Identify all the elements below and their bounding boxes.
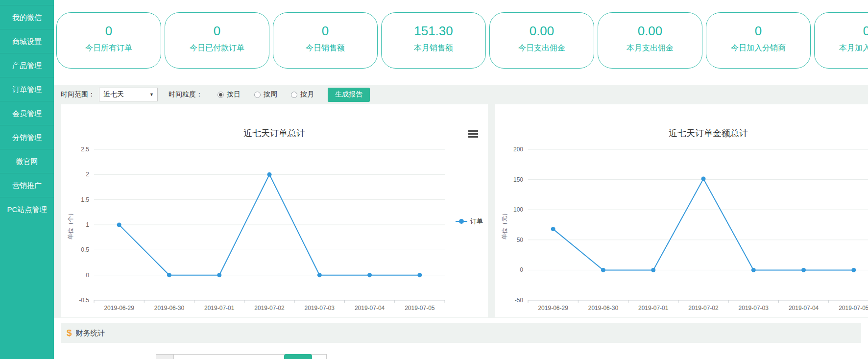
charts-section: 近七天订单总计 2.521.510.50-0.52019-06-292019-0… — [54, 104, 868, 318]
svg-text:-50: -50 — [515, 297, 524, 304]
radio-dot-icon — [217, 92, 224, 98]
svg-text:2019-07-02: 2019-07-02 — [254, 305, 285, 311]
stat-card-label: 本月支出佣金 — [598, 43, 702, 53]
time-range-value: 近七天 — [103, 90, 124, 99]
stat-card-value: 0 — [57, 24, 161, 39]
sidebar-item-mall-settings[interactable]: 商城设置 — [0, 29, 54, 53]
stat-card-today-orders: 0 今日所有订单 — [56, 12, 161, 69]
dollar-icon: $ — [67, 328, 72, 338]
sidebar-item-micro-site[interactable]: 微官网 — [0, 149, 54, 173]
stat-card-value: 0.00 — [490, 24, 594, 39]
stat-card-today-paid-orders: 0 今日已付款订单 — [165, 12, 269, 69]
radio-by-week-label: 按周 — [264, 90, 277, 99]
line-chart-canvas: 2.521.510.50-0.52019-06-292019-06-302019… — [61, 104, 488, 317]
svg-text:1: 1 — [86, 221, 89, 228]
svg-text:100: 100 — [513, 206, 523, 213]
stat-card-value: 0.00 — [598, 24, 702, 39]
stat-card-value: 0 — [815, 24, 868, 39]
input-addon — [156, 354, 174, 359]
finance-title: 财务统计 — [76, 329, 105, 338]
granularity-label: 时间粒度： — [169, 90, 203, 99]
sidebar-item-order-mgmt[interactable]: 订单管理 — [0, 77, 54, 101]
svg-text:2019-07-03: 2019-07-03 — [305, 305, 335, 311]
svg-text:2019-07-04: 2019-07-04 — [789, 305, 819, 311]
svg-text:-0.5: -0.5 — [79, 297, 89, 304]
sidebar: 我的微信 商城设置 产品管理 订单管理 会员管理 分销管理 微官网 营销推广 P… — [0, 0, 54, 359]
svg-text:2019-07-02: 2019-07-02 — [688, 305, 719, 311]
stat-card-label: 本月加入分销商 — [815, 43, 868, 53]
svg-text:2: 2 — [86, 171, 89, 178]
stat-card-value: 0 — [165, 24, 269, 39]
sidebar-item-distribution-mgmt[interactable]: 分销管理 — [0, 125, 54, 149]
main-content: 0 今日所有订单 0 今日已付款订单 0 今日销售额 151.30 本月销售额 … — [54, 0, 868, 359]
svg-text:2019-06-29: 2019-06-29 — [104, 305, 134, 311]
generate-report-button[interactable]: 生成报告 — [328, 88, 370, 102]
stat-card-label: 今日加入分销商 — [706, 43, 810, 53]
stat-card-label: 今日支出佣金 — [490, 43, 594, 53]
finance-action-button[interactable] — [284, 354, 312, 359]
sidebar-item-partial[interactable] — [0, 0, 54, 5]
stat-card-value: 0 — [273, 24, 377, 39]
radio-by-day[interactable]: 按日 — [217, 90, 241, 99]
filter-bar: 时间范围： 近七天 ▼ 时间粒度： 按日 按周 按月 生成报告 — [54, 85, 868, 104]
svg-text:2019-06-30: 2019-06-30 — [588, 305, 619, 311]
select-caret-icon: ▼ — [149, 92, 154, 97]
stat-card-today-commission: 0.00 今日支出佣金 — [489, 12, 594, 69]
svg-text:2019-06-30: 2019-06-30 — [154, 305, 185, 311]
sidebar-item-marketing[interactable]: 营销推广 — [0, 173, 54, 197]
stat-card-value: 151.30 — [382, 24, 485, 39]
svg-text:0: 0 — [520, 266, 523, 273]
time-range-select[interactable]: 近七天 ▼ — [99, 88, 158, 101]
sidebar-item-pc-site-mgmt[interactable]: PC站点管理 — [0, 197, 54, 221]
svg-text:200: 200 — [513, 146, 523, 153]
stat-cards-row: 0 今日所有订单 0 今日已付款订单 0 今日销售额 151.30 本月销售额 … — [56, 12, 868, 69]
radio-dot-icon — [291, 92, 297, 98]
svg-text:0: 0 — [86, 272, 89, 279]
stat-card-label: 今日已付款订单 — [165, 43, 269, 53]
sidebar-item-product-mgmt[interactable]: 产品管理 — [0, 53, 54, 77]
stat-card-month-sales: 151.30 本月销售额 — [381, 12, 486, 69]
sidebar-item-member-mgmt[interactable]: 会员管理 — [0, 101, 54, 125]
radio-by-month-label: 按月 — [300, 90, 314, 99]
stat-card-value: 0 — [706, 24, 810, 39]
radio-by-day-label: 按日 — [227, 90, 241, 99]
dashboard-screen: 我的微信 商城设置 产品管理 订单管理 会员管理 分销管理 微官网 营销推广 P… — [0, 0, 868, 359]
radio-dot-icon — [254, 92, 261, 98]
stat-card-today-sales: 0 今日销售额 — [273, 12, 378, 69]
svg-text:2019-07-04: 2019-07-04 — [355, 305, 385, 311]
svg-text:2019-06-29: 2019-06-29 — [538, 305, 568, 311]
stat-card-label: 本月销售额 — [382, 43, 485, 53]
svg-text:2019-07-05: 2019-07-05 — [405, 305, 435, 311]
legend-label[interactable]: 订单 — [470, 217, 483, 225]
stat-card-label: 今日销售额 — [273, 43, 377, 53]
line-chart-canvas: 200150100500-502019-06-292019-06-302019-… — [495, 104, 868, 317]
svg-text:2019-07-01: 2019-07-01 — [204, 305, 235, 311]
svg-text:2019-07-03: 2019-07-03 — [739, 305, 769, 311]
radio-by-month[interactable]: 按月 — [291, 90, 314, 99]
svg-text:1.5: 1.5 — [81, 196, 89, 203]
order-amount-chart-panel: 近七天订单金额总计 200150100500-502019-06-292019-… — [495, 104, 868, 317]
sidebar-item-my-wechat[interactable]: 我的微信 — [0, 5, 54, 29]
stat-card-today-distributors: 0 今日加入分销商 — [706, 12, 811, 69]
time-range-label: 时间范围： — [61, 90, 95, 99]
orders-chart-panel: 近七天订单总计 2.521.510.50-0.52019-06-292019-0… — [61, 104, 488, 317]
radio-by-week[interactable]: 按周 — [254, 90, 277, 99]
svg-text:2.5: 2.5 — [81, 146, 89, 153]
svg-text:单位（个）: 单位（个） — [67, 210, 74, 239]
svg-text:2019-07-05: 2019-07-05 — [839, 305, 868, 311]
svg-text:150: 150 — [513, 176, 523, 183]
stat-card-label: 今日所有订单 — [57, 43, 161, 53]
svg-text:50: 50 — [517, 237, 524, 243]
stat-card-month-distributors: 0 本月加入分销商 — [814, 12, 868, 69]
svg-text:0.5: 0.5 — [81, 246, 89, 253]
finance-section-header: $ 财务统计 — [61, 323, 861, 343]
stat-card-month-commission: 0.00 本月支出佣金 — [598, 12, 702, 69]
svg-text:2019-07-01: 2019-07-01 — [638, 305, 669, 311]
svg-text:单位（元）: 单位（元） — [501, 210, 508, 239]
